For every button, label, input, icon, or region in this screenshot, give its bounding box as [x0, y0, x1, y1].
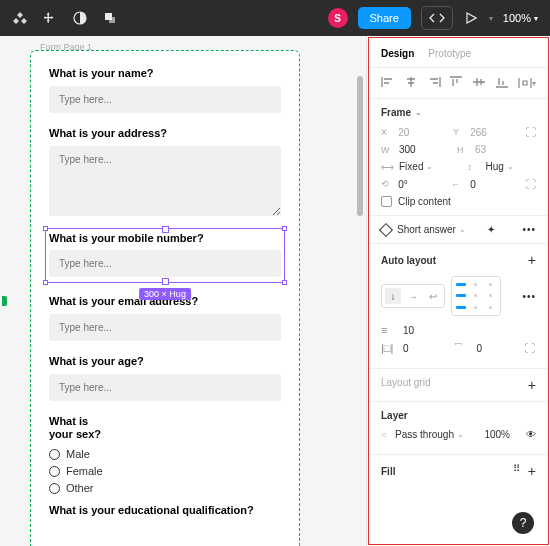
question-age-label: What is your age?: [49, 355, 281, 367]
corner-radius[interactable]: 0: [470, 179, 517, 190]
frame-title[interactable]: Frame⌄: [381, 107, 536, 118]
autolayout-title: Auto layout: [381, 255, 436, 266]
autolayout-section: Auto layout+ ↓ → ↩ ••• ≡10 |□|0⎴0⛶: [369, 244, 548, 369]
blend-mode-dropdown[interactable]: Pass through⌄: [395, 429, 464, 440]
constrain-icon[interactable]: ⛶: [525, 126, 536, 138]
add-fill-icon[interactable]: +: [528, 463, 536, 479]
gap-value[interactable]: 10: [403, 325, 414, 336]
component-instance-row[interactable]: Short answer⌄ ✦ •••: [369, 216, 548, 244]
radio-icon: [49, 466, 60, 477]
distribute-icon[interactable]: ▾: [518, 76, 536, 90]
frame-y[interactable]: 266: [470, 127, 517, 138]
user-avatar[interactable]: S: [328, 8, 348, 28]
mobile-input[interactable]: [49, 250, 281, 277]
opacity-value[interactable]: 100%: [484, 429, 510, 440]
figma-menu-icon[interactable]: [12, 10, 28, 26]
question-sex-label: What is your sex?: [49, 415, 281, 441]
padding-h-icon: |□|: [381, 342, 395, 354]
align-bottom-icon[interactable]: [495, 76, 509, 90]
canvas-scrollbar[interactable]: [357, 56, 363, 456]
radio-other[interactable]: Other: [49, 482, 281, 494]
svg-rect-2: [109, 17, 115, 23]
add-autolayout-icon[interactable]: +: [528, 252, 536, 268]
tab-prototype[interactable]: Prototype: [428, 48, 471, 59]
frame-h[interactable]: 63: [475, 144, 525, 155]
alignment-controls: ▾: [369, 68, 548, 99]
diamond-icon: [379, 222, 393, 236]
question-edu-label: What is your educational qualification?: [49, 504, 281, 516]
alignment-grid[interactable]: [451, 276, 501, 316]
top-toolbar: S Share ▾ 100%▾: [0, 0, 550, 36]
selection-edge-handle[interactable]: [2, 296, 7, 306]
more-icon[interactable]: •••: [522, 224, 536, 235]
form-frame[interactable]: What is your name? What is your address?…: [30, 50, 300, 546]
direction-vertical-icon[interactable]: ↓: [385, 288, 401, 304]
question-mobile-label: What is your mobile number?: [49, 232, 281, 244]
direction-horizontal-icon[interactable]: →: [405, 288, 421, 304]
share-button[interactable]: Share: [358, 7, 411, 29]
resize-h-dropdown[interactable]: Fixed⌄: [399, 161, 433, 172]
tab-design[interactable]: Design: [381, 48, 414, 59]
padding-v-icon: ⎴: [455, 342, 469, 354]
zoom-level[interactable]: 100%▾: [503, 12, 538, 24]
name-input[interactable]: [49, 86, 281, 113]
padding-v[interactable]: 0: [477, 343, 483, 354]
age-input[interactable]: [49, 374, 281, 401]
canvas-area[interactable]: Form Page 1 What is your name? What is y…: [0, 36, 366, 546]
resize-v-dropdown[interactable]: Hug⌄: [485, 161, 513, 172]
frame-section: Frame⌄ X20Y266⛶ W300H63 ⟷Fixed⌄↕Hug⌄ ⟲0°…: [369, 99, 548, 216]
fill-section[interactable]: Fill ⠿+: [369, 455, 548, 487]
corners-icon[interactable]: ⛶: [525, 178, 536, 190]
direction-wrap-icon[interactable]: ↩: [425, 288, 441, 304]
swap-icon[interactable]: ✦: [487, 224, 495, 235]
move-tool-icon[interactable]: [42, 10, 58, 26]
layout-grid-section[interactable]: Layout grid+: [369, 369, 548, 402]
align-vcenter-icon[interactable]: [472, 76, 486, 90]
size-badge: 300 × Hug: [139, 288, 191, 300]
design-panel: Design Prototype ▾ Frame⌄ X20Y266⛶ W300H…: [366, 36, 550, 546]
layer-section: Layer ○Pass through⌄100%👁: [369, 402, 548, 455]
autolayout-more-icon[interactable]: •••: [522, 291, 536, 302]
styles-icon[interactable]: ⠿: [513, 463, 520, 479]
email-input[interactable]: [49, 314, 281, 341]
align-right-icon[interactable]: [427, 76, 441, 90]
frame-x[interactable]: 20: [398, 127, 445, 138]
radio-female[interactable]: Female: [49, 465, 281, 477]
rotation[interactable]: 0°: [398, 179, 445, 190]
align-left-icon[interactable]: [381, 76, 395, 90]
frame-w[interactable]: 300: [399, 144, 449, 155]
align-top-icon[interactable]: [449, 76, 463, 90]
padding-h[interactable]: 0: [403, 343, 409, 354]
gap-icon: ≡: [381, 324, 395, 336]
add-grid-icon[interactable]: +: [528, 377, 536, 393]
component-icon[interactable]: [102, 10, 118, 26]
radio-icon: [49, 449, 60, 460]
align-hcenter-icon[interactable]: [404, 76, 418, 90]
checkbox-icon: [381, 196, 392, 207]
selected-component[interactable]: What is your mobile number? 300 × Hug: [45, 228, 285, 283]
radio-male[interactable]: Male: [49, 448, 281, 460]
contrast-icon[interactable]: [72, 10, 88, 26]
dev-mode-button[interactable]: [421, 6, 453, 30]
clip-content-checkbox[interactable]: Clip content: [381, 196, 536, 207]
layer-title: Layer: [381, 410, 536, 421]
question-address-label: What is your address?: [49, 127, 281, 139]
radio-icon: [49, 483, 60, 494]
code-icon: [429, 10, 445, 26]
visibility-icon[interactable]: 👁: [526, 429, 536, 440]
help-button[interactable]: ?: [512, 512, 534, 534]
question-name-label: What is your name?: [49, 67, 281, 79]
padding-expand-icon[interactable]: ⛶: [524, 342, 536, 354]
address-input[interactable]: [49, 146, 281, 216]
direction-controls: ↓ → ↩: [381, 284, 445, 308]
play-icon[interactable]: [463, 10, 479, 26]
